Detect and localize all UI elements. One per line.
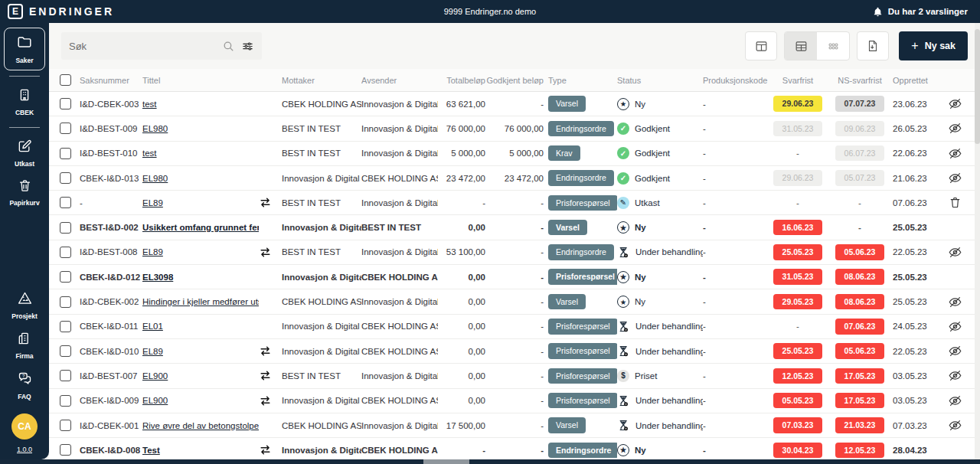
col-status: Status — [617, 76, 703, 85]
hide-icon[interactable] — [948, 319, 962, 334]
case-title-link[interactable]: EL980 — [142, 174, 168, 183]
case-title-link[interactable]: EL89 — [142, 347, 163, 356]
table-row[interactable]: I&D-BEST-010testBEST IN TESTInnovasjon &… — [49, 142, 980, 166]
row-checkbox[interactable] — [60, 296, 71, 308]
sidebar-item-firma[interactable]: Firma — [4, 325, 45, 365]
hide-icon[interactable] — [948, 295, 962, 309]
case-title-link[interactable]: EL01 — [142, 322, 163, 331]
hide-icon[interactable] — [948, 96, 962, 111]
opprettet: 03.05.23 — [893, 396, 942, 405]
case-title-link[interactable]: test — [142, 100, 157, 109]
search-input[interactable] — [69, 41, 216, 52]
table-view-button[interactable] — [785, 32, 817, 60]
split-view-button[interactable] — [745, 31, 777, 60]
view-toggle — [784, 31, 850, 60]
case-title-link[interactable]: Rive øvre del av betongstolpe T54 — [142, 421, 259, 430]
vertical-scrollbar[interactable] — [975, 23, 980, 459]
opprettet: 28.04.23 — [893, 446, 942, 455]
table-row[interactable]: I&D-BEST-009EL980BEST IN TESTInnovasjon … — [49, 116, 980, 141]
row-checkbox[interactable] — [60, 271, 71, 283]
row-checkbox[interactable] — [60, 395, 71, 407]
row-checkbox[interactable] — [60, 247, 71, 258]
table-row[interactable]: CBEK-I&D-012EL3098Innovasjon & DigitalCB… — [49, 265, 980, 289]
new-case-button[interactable]: + Ny sak — [899, 31, 968, 60]
table-row[interactable]: CBEK-I&D-013EL980Innovasjon & DigitalCBE… — [49, 166, 980, 191]
hide-icon[interactable] — [948, 344, 962, 358]
grid-view-icon — [826, 39, 841, 54]
case-title-link[interactable]: EL89 — [142, 247, 163, 257]
case-title-link[interactable]: Test — [142, 446, 160, 455]
hide-icon[interactable] — [948, 171, 962, 185]
notifications-button[interactable]: Du har 2 varslinger — [873, 7, 980, 17]
sidebar-item-prosjekt[interactable]: Prosjekt — [4, 285, 45, 325]
table-row[interactable]: I&D-BEST-007EL900BEST IN TESTInnovasjon … — [49, 364, 980, 388]
ns-svarfrist: 17.05.23 — [827, 393, 893, 409]
case-title-link[interactable]: EL89 — [142, 198, 163, 207]
table-row[interactable]: CBEK-I&D-009EL900Innovasjon & DigitalCBE… — [49, 389, 980, 413]
opprettet: 26.05.23 — [893, 124, 942, 133]
row-checkbox[interactable] — [60, 321, 71, 332]
status: ★Ny — [617, 221, 703, 234]
svarfrist: 07.03.23 — [769, 417, 827, 433]
sidebar-item-papirkurv[interactable]: Papirkurv — [4, 173, 45, 212]
export-button[interactable] — [857, 31, 889, 60]
brand[interactable]: E ENDRINGER — [0, 4, 114, 19]
case-title-link[interactable]: Hindinger i kjeller medfører utsatt opps… — [142, 297, 259, 306]
vertical-scrollbar-thumb[interactable] — [975, 29, 980, 144]
status-new-icon: ★ — [617, 296, 629, 308]
horizontal-scrollbar-thumb[interactable] — [423, 459, 469, 464]
horizontal-scrollbar[interactable] — [0, 459, 980, 464]
row-checkbox[interactable] — [60, 345, 71, 357]
table-row[interactable]: BEST-I&D-002Usikkert omfang grunnet feri… — [49, 215, 980, 240]
filter-sliders-icon[interactable] — [241, 40, 254, 53]
table-row[interactable]: I&D-CBEK-003testCBEK HOLDING ASInnovasjo… — [49, 92, 980, 116]
svarfrist-pill: 31.05.23 — [773, 269, 822, 285]
case-title-link[interactable]: EL980 — [142, 124, 168, 133]
row-checkbox[interactable] — [60, 98, 71, 109]
sidebar-item-utkast[interactable]: Utkast — [4, 133, 45, 173]
table-row[interactable]: -EL89BEST IN TESTInnovasjon & Digital--P… — [49, 191, 980, 215]
row-checkbox[interactable] — [60, 444, 71, 456]
godkjent-belop: - — [485, 371, 544, 381]
table-row[interactable]: I&D-BEST-008EL89BEST IN TESTInnovasjon &… — [49, 240, 980, 265]
table-row[interactable]: I&D-CBEK-001Rive øvre del av betongstolp… — [49, 413, 980, 438]
row-checkbox[interactable] — [60, 222, 71, 234]
grid-view-button[interactable] — [817, 32, 849, 60]
ns-svarfrist: 05.06.23 — [827, 343, 893, 359]
mottaker: BEST IN TEST — [282, 371, 361, 381]
hide-icon[interactable] — [948, 245, 962, 260]
row-checkbox[interactable] — [60, 123, 71, 134]
case-title-link[interactable]: test — [142, 149, 157, 158]
case-title-link[interactable]: EL900 — [142, 396, 168, 405]
select-all-checkbox[interactable] — [60, 74, 71, 86]
case-title-link[interactable]: Usikkert omfang grunnet ferieavvikling — [142, 223, 259, 232]
hide-icon[interactable] — [948, 121, 962, 136]
table-row[interactable]: CBEK-I&D-010EL89Innovasjon & DigitalCBEK… — [49, 339, 980, 364]
row-checkbox[interactable] — [60, 172, 71, 184]
svarfrist: 25.05.23 — [769, 343, 827, 359]
version-link[interactable]: 1.0.0 — [17, 446, 32, 453]
sidebar-item-cbek[interactable]: CBEK — [4, 82, 45, 122]
row-checkbox[interactable] — [60, 420, 71, 431]
saksnummer: I&D-CBEK-001 — [80, 421, 142, 430]
case-title-link[interactable]: EL3098 — [142, 273, 173, 282]
row-checkbox[interactable] — [60, 148, 71, 159]
table-row[interactable]: CBEK-I&D-008TestInnovasjon & DigitalCBEK… — [49, 438, 980, 459]
hide-icon[interactable] — [948, 418, 962, 433]
avatar[interactable]: CA — [11, 413, 38, 439]
table-row[interactable]: CBEK-I&D-011EL01Innovasjon & DigitalCBEK… — [49, 315, 980, 339]
status-processing-icon — [617, 246, 630, 259]
swap-icon — [259, 246, 272, 259]
hide-icon[interactable] — [948, 394, 962, 408]
row-checkbox[interactable] — [60, 370, 71, 381]
ns-svarfrist: 06.07.23 — [827, 145, 893, 162]
trash-icon[interactable] — [949, 196, 962, 209]
godkjent-belop: - — [485, 322, 544, 331]
table-row[interactable]: I&D-CBEK-002Hindinger i kjeller medfører… — [49, 289, 980, 314]
row-checkbox[interactable] — [60, 197, 71, 208]
hide-icon[interactable] — [948, 368, 962, 383]
hide-icon[interactable] — [948, 146, 962, 161]
sidebar-item-saker[interactable]: Saker — [4, 28, 45, 70]
sidebar-item-faq[interactable]: ? FAQ — [4, 365, 45, 406]
case-title-link[interactable]: EL900 — [142, 371, 168, 381]
